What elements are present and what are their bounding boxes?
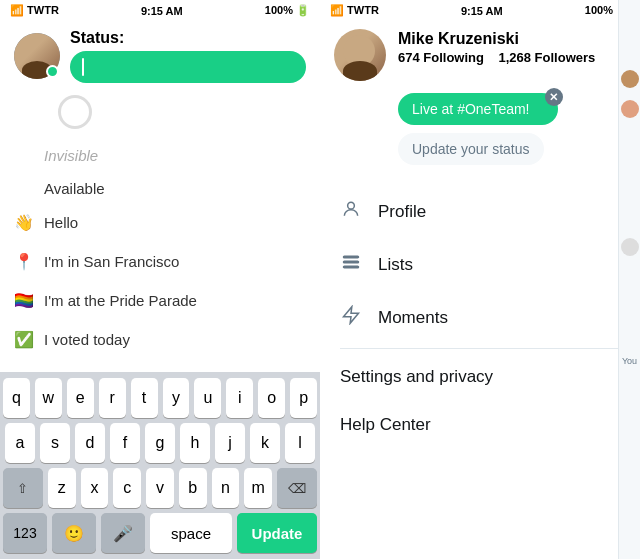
status-item-pride[interactable]: 🏳️‍🌈 I'm at the Pride Parade (14, 281, 306, 320)
space-key[interactable]: space (150, 513, 232, 553)
key-v[interactable]: v (146, 468, 174, 508)
status-input-box[interactable] (70, 51, 306, 83)
key-r[interactable]: r (99, 378, 126, 418)
you-label: You (619, 356, 640, 366)
svg-point-0 (348, 202, 355, 209)
right-edge-strip: You (618, 0, 640, 559)
key-k[interactable]: k (250, 423, 280, 463)
key-c[interactable]: c (113, 468, 141, 508)
status-item-invisible[interactable]: Invisible (14, 137, 306, 170)
status-item-available[interactable]: Available (14, 170, 306, 203)
mic-key[interactable]: 🎤 (101, 513, 145, 553)
profile-stats: 674 Following 1,268 Followers (398, 50, 626, 65)
followers-label: Followers (535, 50, 596, 65)
keyboard-bottom-row: 123 🙂 🎤 space Update (3, 513, 317, 553)
svg-rect-1 (344, 256, 359, 258)
online-indicator (46, 65, 59, 78)
battery-left: 100% 🔋 (265, 4, 310, 17)
key-d[interactable]: d (75, 423, 105, 463)
key-j[interactable]: j (215, 423, 245, 463)
status-list: Invisible Available 👋 Hello 📍 I'm in San… (0, 137, 320, 372)
keyboard-row-1: q w e r t y u i o p (3, 378, 317, 418)
hello-label: Hello (44, 214, 78, 231)
signal-right: 📶 TWTR (330, 4, 379, 17)
key-b[interactable]: b (179, 468, 207, 508)
key-p[interactable]: p (290, 378, 317, 418)
key-g[interactable]: g (145, 423, 175, 463)
key-e[interactable]: e (67, 378, 94, 418)
menu-item-moments[interactable]: Moments (320, 291, 640, 344)
svg-rect-2 (344, 261, 359, 263)
key-a[interactable]: a (5, 423, 35, 463)
status-bar-right: 📶 TWTR 9:15 AM 100% 🔋 (320, 0, 640, 19)
available-label: Available (44, 180, 105, 197)
edge-circle (621, 238, 639, 256)
key-y[interactable]: y (163, 378, 190, 418)
right-panel: 📶 TWTR 9:15 AM 100% 🔋 Mike Kruzeniski 67… (320, 0, 640, 559)
key-n[interactable]: n (212, 468, 240, 508)
settings-label: Settings and privacy (340, 367, 493, 387)
time-right: 9:15 AM (461, 5, 503, 17)
status-input-area[interactable]: Status: (70, 29, 306, 83)
sf-label: I'm in San Francisco (44, 253, 179, 270)
key-t[interactable]: t (131, 378, 158, 418)
profile-icon (340, 199, 362, 224)
key-u[interactable]: u (194, 378, 221, 418)
live-bubble[interactable]: Live at #OneTeam! ✕ (398, 93, 558, 125)
update-status-bubble[interactable]: Update your status (398, 133, 544, 165)
update-status-text: Update your status (412, 141, 530, 157)
status-header: Status: (0, 19, 320, 91)
profile-name: Mike Kruzeniski (398, 29, 626, 48)
pride-icon: 🏳️‍🌈 (14, 291, 36, 310)
followers-label-text: Followers (535, 50, 596, 65)
key-i[interactable]: i (226, 378, 253, 418)
followers-count: 1,268 (498, 50, 531, 65)
key-o[interactable]: o (258, 378, 285, 418)
left-panel: 📶 TWTR 9:15 AM 100% 🔋 Status: Invisible … (0, 0, 320, 559)
signal-left: 📶 TWTR (10, 4, 59, 17)
menu-item-help[interactable]: Help Center (320, 401, 640, 449)
key-s[interactable]: s (40, 423, 70, 463)
moments-icon (340, 305, 362, 330)
voted-label: I voted today (44, 331, 130, 348)
shift-key[interactable]: ⇧ (3, 468, 43, 508)
edge-avatar-2 (621, 100, 639, 118)
status-label: Status: (70, 29, 306, 47)
update-button[interactable]: Update (237, 513, 317, 553)
avatar-container (14, 33, 60, 79)
delete-key[interactable]: ⌫ (277, 468, 317, 508)
emoji-key[interactable]: 🙂 (52, 513, 96, 553)
key-f[interactable]: f (110, 423, 140, 463)
svg-marker-4 (344, 307, 359, 324)
time-left: 9:15 AM (141, 5, 183, 17)
avatar-right (334, 29, 386, 81)
menu-item-profile[interactable]: Profile (320, 185, 640, 238)
following-count: 674 (398, 50, 420, 65)
invisible-label: Invisible (44, 147, 98, 164)
status-item-voted[interactable]: ✅ I voted today (14, 320, 306, 359)
location-icon: 📍 (14, 252, 36, 271)
key-w[interactable]: w (35, 378, 62, 418)
key-m[interactable]: m (244, 468, 272, 508)
menu-item-settings[interactable]: Settings and privacy (320, 353, 640, 401)
keyboard-row-3: ⇧ z x c v b n m ⌫ (3, 468, 317, 508)
following-label-text: Following (423, 50, 484, 65)
num-key[interactable]: 123 (3, 513, 47, 553)
text-cursor (82, 58, 84, 76)
keyboard-row-2: a s d f g h j k l (3, 423, 317, 463)
status-item-hello[interactable]: 👋 Hello (14, 203, 306, 242)
status-bubbles: Live at #OneTeam! ✕ Update your status (320, 89, 640, 177)
key-h[interactable]: h (180, 423, 210, 463)
key-z[interactable]: z (48, 468, 76, 508)
lists-menu-label: Lists (378, 255, 413, 275)
close-bubble-button[interactable]: ✕ (545, 88, 563, 106)
status-item-sf[interactable]: 📍 I'm in San Francisco (14, 242, 306, 281)
circle-indicator (58, 95, 92, 129)
key-x[interactable]: x (81, 468, 109, 508)
hello-icon: 👋 (14, 213, 36, 232)
menu-item-lists[interactable]: Lists (320, 238, 640, 291)
profile-info: Mike Kruzeniski 674 Following 1,268 Foll… (398, 29, 626, 65)
key-q[interactable]: q (3, 378, 30, 418)
status-item-col[interactable]: 👁️ Let's talk about the #COLvsFNG (14, 359, 306, 372)
key-l[interactable]: l (285, 423, 315, 463)
